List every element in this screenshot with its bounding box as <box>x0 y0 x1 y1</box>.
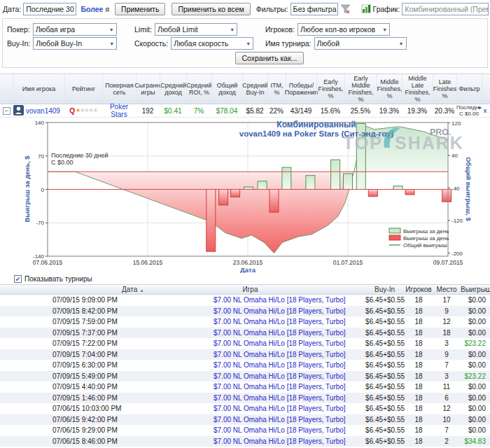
tournament-place: 7 <box>433 425 461 436</box>
summary-col-header: Имя игрока <box>13 74 64 104</box>
tournament-players: 18 <box>405 393 433 404</box>
tournament-game-link[interactable]: $7.00 NL Omaha Hi/Lo [18 Players, Turbo] <box>214 393 364 404</box>
tournament-game-link[interactable]: $7.00 NL Omaha Hi/Lo [18 Players, Turbo] <box>214 414 364 426</box>
speed-filter-select[interactable]: Любая скорость▼ <box>171 37 253 50</box>
buyin-filter-select[interactable]: Любой Buy-In▼ <box>33 37 117 50</box>
tournament-win: $0.00 <box>461 349 490 360</box>
svg-text:23.06.2015: 23.06.2015 <box>233 259 263 266</box>
svg-text:Общий выигрыш: Общий выигрыш <box>403 242 447 248</box>
tournament-game-link[interactable]: $7.00 NL Omaha Hi/Lo [18 Players, Turbo] <box>214 306 364 317</box>
summary-col-header <box>0 74 13 104</box>
column-header-buyin[interactable]: Buy-In <box>364 286 405 293</box>
summary-col-header: Покерная сеть <box>102 74 136 104</box>
avg-buyin-value: $5.82 <box>242 104 267 117</box>
tournament-date: 07/06/15 9:42:00 PM <box>49 414 214 426</box>
tournament-buyin: $6.45+$0.55 <box>364 349 405 360</box>
date-range-select[interactable]: Последние 30 дней ▼ <box>23 3 76 15</box>
summary-header-row: Имя игрокаРейтингПокерная сетьСыгранн. и… <box>0 74 490 104</box>
summary-col-header: Средний ROI, % <box>186 74 211 104</box>
tournament-game-link[interactable]: $7.00 NL Omaha Hi/Lo [18 Players, Turbo] <box>214 328 364 339</box>
show-tournaments-checkbox[interactable]: ✔ <box>14 275 22 283</box>
tournament-players: 18 <box>405 295 433 306</box>
tournament-game-link[interactable]: $7.00 NL Omaha Hi/Lo [18 Players, Turbo] <box>214 425 364 436</box>
player-name-link[interactable]: vovan1409 <box>26 107 60 115</box>
tournament-game-link[interactable]: $7.00 NL Omaha Hi/Lo [18 Players, Turbo] <box>214 338 364 349</box>
column-header-date[interactable]: Дата ▲ <box>49 286 214 293</box>
tournament-place: 18 <box>433 328 461 339</box>
chart-select-label: График: <box>373 5 400 13</box>
tournament-game-link[interactable]: $7.00 NL Omaha Hi/Lo [18 Players, Turbo] <box>214 349 364 360</box>
summary-col-header: Рейтинг <box>64 74 102 104</box>
tournament-section: ✔ Показывать турниры Дата ▲ Игра Buy-In … <box>0 273 490 448</box>
filters-select[interactable]: Без фильтра ▼ <box>290 3 338 15</box>
table-row: 07/09/15 5:49:00 PM$7.00 NL Omaha Hi/Lo … <box>0 371 490 382</box>
tournament-game-link[interactable]: $7.00 NL Omaha Hi/Lo [18 Players, Turbo] <box>214 403 364 414</box>
tournament-win: $0.00 <box>461 295 490 306</box>
poker-network-link[interactable]: Poker Stars <box>103 103 135 118</box>
svg-text:0: 0 <box>41 187 45 193</box>
speed-filter-label: Скорость: <box>134 39 168 48</box>
player-summary-table: Имя игрокаРейтингПокерная сетьСыгранн. и… <box>0 74 490 118</box>
tournament-game-link[interactable]: $7.00 NL Omaha Hi/Lo [18 Players, Turbo] <box>214 371 364 382</box>
tournament-win: $23.22 <box>461 371 490 382</box>
svg-text:Последние 30 дней: Последние 30 дней <box>51 152 108 159</box>
column-header-place[interactable]: Место <box>433 286 461 293</box>
tournament-game-link[interactable]: $7.00 NL Omaha Hi/Lo [18 Players, Turbo] <box>214 360 364 371</box>
apply-all-button[interactable]: Применить ко всем <box>172 3 250 15</box>
apply-button[interactable]: Применить <box>115 3 165 15</box>
close-row-icon[interactable]: x <box>483 107 486 114</box>
chevron-down-icon: ▼ <box>109 27 114 32</box>
table-row: 07/06/15 9:42:00 PM$7.00 NL Omaha Hi/Lo … <box>0 414 490 426</box>
tournament-win: $0.00 <box>461 360 490 371</box>
tournament-buyin: $6.45+$0.55 <box>364 393 405 404</box>
chevron-down-icon: ▼ <box>246 41 251 46</box>
tournament-date: 07/09/15 5:49:00 PM <box>49 371 214 382</box>
column-header-win[interactable]: Выигрыш <box>461 286 490 293</box>
tournament-players: 18 <box>405 349 433 360</box>
summary-col-header: Early Middle Finishes, % <box>344 74 377 104</box>
tournament-buyin: $6.45+$0.55 <box>364 295 405 306</box>
svg-text:70: 70 <box>38 153 44 160</box>
tournament-win: $0.00 <box>461 316 490 328</box>
tournament-players: 18 <box>405 338 433 349</box>
games-played-value: 192 <box>136 104 160 117</box>
show-tournaments-label: Показывать турниры <box>24 275 92 283</box>
table-row: 07/09/15 7:59:00 PM$7.00 NL Omaha Hi/Lo … <box>0 316 490 328</box>
svg-text:TOP: TOP <box>343 133 383 153</box>
summary-col-header: Фильтр <box>456 74 482 104</box>
poker-filter-select[interactable]: Любая игра▼ <box>33 23 117 36</box>
players-filter-label: Игроков: <box>265 25 295 34</box>
svg-text:Дата: Дата <box>240 266 256 273</box>
tournament-buyin: $6.45+$0.55 <box>364 425 405 436</box>
tournament-date: 07/09/15 7:04:00 PM <box>49 349 214 360</box>
tournament-win: $0.00 <box>461 414 490 426</box>
collapse-row-button[interactable]: − <box>3 107 10 115</box>
save-as-button[interactable]: Сохранить как... <box>235 52 303 64</box>
more-filters-link[interactable]: Более <box>81 5 104 13</box>
tournament-win: $0.00 <box>461 425 490 436</box>
players-filter-select[interactable]: Любое кол-во игроков▼ <box>298 23 390 36</box>
column-header-game[interactable]: Игра <box>214 286 364 293</box>
svg-text:Выигрыш за день, $: Выигрыш за день, $ <box>23 155 31 223</box>
column-header-players[interactable]: Игроков <box>405 286 433 293</box>
tournament-game-link[interactable]: $7.00 NL Omaha Hi/Lo [18 Players, Turbo] <box>214 436 364 447</box>
tournament-win: $0.00 <box>461 403 490 414</box>
filter-funnel-icon[interactable]: x <box>340 4 351 15</box>
limit-filter-select[interactable]: Любой Limit▼ <box>155 23 237 36</box>
chart-type-select[interactable]: Комбинированный (Премиум доступ) ▼ <box>402 3 489 15</box>
svg-text:С $0.00: С $0.00 <box>51 159 74 166</box>
early-finishes-value: 15.6% <box>316 104 344 117</box>
table-row: 07/09/15 7:04:00 PM$7.00 NL Omaha Hi/Lo … <box>0 349 490 360</box>
svg-text:Выигрыш за день: Выигрыш за день <box>403 228 449 234</box>
player-avatar <box>13 105 24 117</box>
summary-col-header: Middle Late Finishes, % <box>402 74 433 104</box>
tournament-game-link[interactable]: $7.00 NL Omaha Hi/Lo [18 Players, Turbo] <box>214 382 364 393</box>
tournament-date: 07/09/15 7:59:00 PM <box>49 316 214 328</box>
chart-type-icon <box>361 4 371 15</box>
tournament-game-link[interactable]: $7.00 NL Omaha Hi/Lo [18 Players, Turbo] <box>214 295 364 306</box>
tournament-game-link[interactable]: $7.00 NL Omaha Hi/Lo [18 Players, Turbo] <box>214 316 364 328</box>
tournament-win: $0.00 <box>461 393 490 404</box>
tournament-date: 07/09/15 7:37:00 PM <box>49 328 214 339</box>
buyin-filter-label: Buy-In: <box>7 39 30 48</box>
tournament-name-filter-select[interactable]: Любой▼ <box>314 37 407 50</box>
